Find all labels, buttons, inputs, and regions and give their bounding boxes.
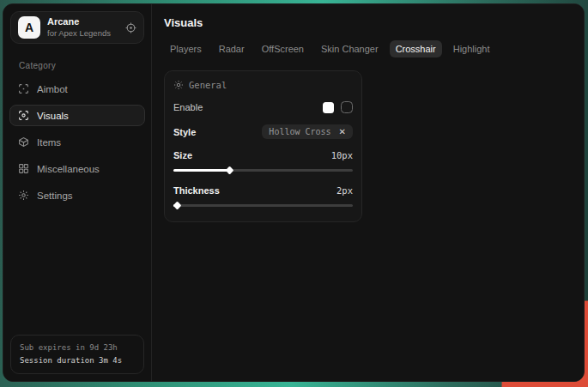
panel-header: General <box>173 80 353 90</box>
size-label: Size <box>173 150 192 160</box>
sidebar-item-aimbot[interactable]: Aimbot <box>9 78 145 100</box>
main-content: Visuals Players Radar OffScreen Skin Cha… <box>152 4 584 381</box>
tab-offscreen[interactable]: OffScreen <box>256 40 310 57</box>
grid-icon <box>18 163 29 174</box>
thickness-slider[interactable] <box>173 202 353 209</box>
sidebar-item-label: Miscellaneous <box>37 164 100 174</box>
panel-title: General <box>189 80 227 90</box>
sidebar-nav: Aimbot Visuals Items <box>3 76 151 209</box>
page-title: Visuals <box>164 16 572 29</box>
sun-gear-icon <box>173 80 184 90</box>
sidebar: A Arcane for Apex Legends Category <box>3 4 152 381</box>
sidebar-item-items[interactable]: Items <box>9 131 145 153</box>
style-row: Style Hollow Cross ✕ <box>173 124 353 139</box>
enable-checkbox[interactable] <box>341 101 353 113</box>
app-logo-card: A Arcane for Apex Legends <box>10 11 144 44</box>
sidebar-item-label: Aimbot <box>37 84 68 94</box>
app-subtitle: for Apex Legends <box>47 28 118 39</box>
clear-x-icon[interactable]: ✕ <box>339 128 346 136</box>
size-value: 10px <box>331 150 353 160</box>
sidebar-spacer <box>3 209 151 328</box>
sidebar-item-settings[interactable]: Settings <box>9 184 145 206</box>
size-row: Size 10px <box>173 150 353 160</box>
subscription-info-card: Sub expires in 9d 23h Session duration 3… <box>10 335 144 374</box>
tab-highlight[interactable]: Highlight <box>447 40 496 57</box>
session-duration-text: Session duration 3m 4s <box>20 354 135 367</box>
gear-icon <box>18 190 29 201</box>
style-label: Style <box>173 127 196 137</box>
style-selected-value: Hollow Cross <box>269 127 330 136</box>
sidebar-item-miscellaneous[interactable]: Miscellaneous <box>9 158 145 179</box>
sidebar-item-label: Items <box>37 137 61 148</box>
thickness-label: Thickness <box>173 185 220 196</box>
general-panel: General Enable Style Hollow Cross ✕ Size… <box>164 70 362 222</box>
tab-crosshair[interactable]: Crosshair <box>390 40 442 57</box>
slider-thumb[interactable] <box>173 202 182 210</box>
thickness-row: Thickness 2px <box>173 185 353 196</box>
target-icon[interactable] <box>125 22 136 33</box>
tab-skin-changer[interactable]: Skin Changer <box>315 40 385 57</box>
slider-fill <box>173 169 229 172</box>
slider-track <box>173 204 353 207</box>
enable-label: Enable <box>173 102 203 112</box>
sidebar-item-visuals[interactable]: Visuals <box>9 105 145 126</box>
app-identity: Arcane for Apex Legends <box>47 16 118 39</box>
size-slider[interactable] <box>173 166 353 174</box>
tab-radar[interactable]: Radar <box>213 40 251 57</box>
enable-controls <box>323 101 353 113</box>
category-label: Category <box>19 61 151 70</box>
app-window: A Arcane for Apex Legends Category <box>3 3 585 382</box>
slider-thumb[interactable] <box>225 166 233 175</box>
thickness-value: 2px <box>336 185 353 196</box>
sidebar-item-label: Visuals <box>37 111 69 121</box>
app-logo: A <box>18 16 40 39</box>
color-swatch[interactable] <box>323 102 334 113</box>
sub-expires-text: Sub expires in 9d 23h <box>20 342 135 354</box>
enable-row: Enable <box>173 101 353 113</box>
tab-bar: Players Radar OffScreen Skin Changer Cro… <box>164 40 572 57</box>
sidebar-item-label: Settings <box>37 190 73 201</box>
crosshair-scan-icon <box>18 83 29 94</box>
tab-players[interactable]: Players <box>164 40 208 57</box>
cube-icon <box>18 136 29 148</box>
eye-scan-icon <box>18 110 29 121</box>
app-name: Arcane <box>47 16 118 28</box>
style-select[interactable]: Hollow Cross ✕ <box>262 124 353 139</box>
